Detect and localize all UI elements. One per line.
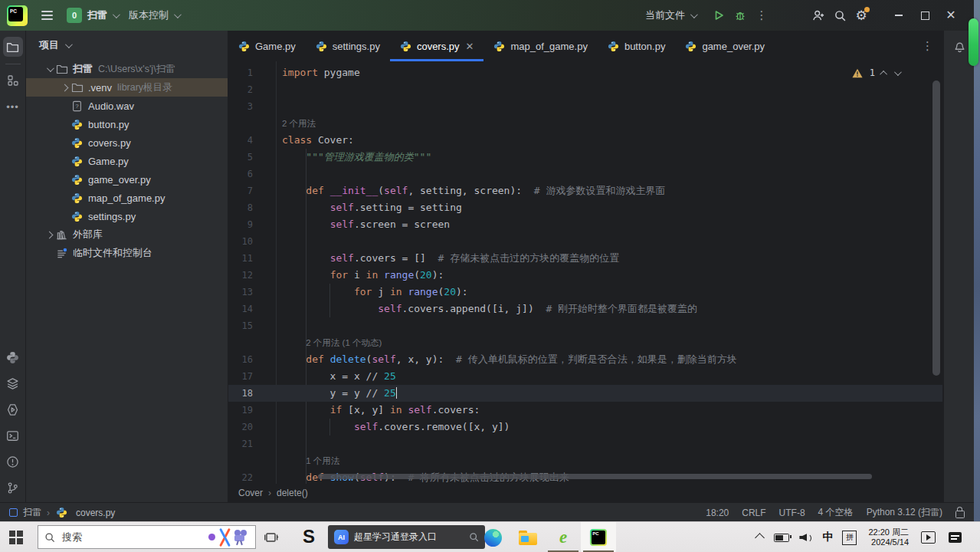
tree-item-3[interactable]: button.py xyxy=(26,115,228,133)
code-editor[interactable]: 1import pygame232 个用法4class Cover:5 """管… xyxy=(228,61,942,484)
status-item-4[interactable]: Python 3.12 (扫雷) xyxy=(867,506,942,519)
ime-language-indicator[interactable]: 中 xyxy=(822,531,833,544)
tree-item-7[interactable]: map_of_game.py xyxy=(26,189,228,207)
tree-item-5[interactable]: Game.py xyxy=(26,152,228,170)
notifications-bell-icon[interactable] xyxy=(953,40,966,502)
tray-expand-icon[interactable] xyxy=(755,533,765,543)
structure-toolwindow-icon[interactable] xyxy=(3,71,23,90)
unlock-icon[interactable] xyxy=(955,511,965,518)
media-widget-icon[interactable] xyxy=(921,531,936,544)
code-line[interactable]: 4class Cover: xyxy=(228,132,942,149)
tree-item-0[interactable]: 扫雷C:\Users\x's'j\扫雷 xyxy=(26,60,228,78)
code-line[interactable]: 18 y = y // 25 xyxy=(228,385,942,402)
volume-icon[interactable] xyxy=(799,532,812,543)
tree-item-6[interactable]: game_over.py xyxy=(26,170,228,189)
navbar-file[interactable]: covers.py xyxy=(76,508,115,518)
debug-button[interactable] xyxy=(729,5,751,26)
code-line[interactable]: 6 xyxy=(228,166,942,182)
edge-widget-handle[interactable] xyxy=(969,18,978,66)
taskbar-explorer-icon[interactable] xyxy=(510,522,546,552)
code-line[interactable]: 12 for i in range(20): xyxy=(228,267,942,284)
start-button[interactable] xyxy=(9,531,23,544)
task-view-button[interactable] xyxy=(264,530,279,545)
tree-item-1[interactable]: .venvlibrary根目录 xyxy=(26,78,228,97)
close-button[interactable]: ✕ xyxy=(938,4,964,27)
code-with-me-icon[interactable] xyxy=(808,5,829,26)
code-line[interactable]: 1import pygame xyxy=(228,64,942,81)
inspection-widget[interactable]: 1 xyxy=(852,67,900,78)
search-everywhere-icon[interactable] xyxy=(829,5,851,26)
main-menu-icon[interactable] xyxy=(38,6,56,25)
code-hint-row[interactable]: 2 个用法 (1 个动态) xyxy=(228,334,942,351)
code-line[interactable]: 21 xyxy=(228,435,942,452)
minimize-button[interactable] xyxy=(886,4,912,27)
search-highlight-icons[interactable] xyxy=(208,529,249,546)
run-button[interactable] xyxy=(708,5,729,26)
search-widget[interactable]: AI 超星学习通登录入口 xyxy=(328,525,485,549)
services-toolwindow-icon[interactable] xyxy=(3,373,23,393)
code-line[interactable]: 13 for j in range(20): xyxy=(228,284,942,301)
project-panel-header[interactable]: 项目 xyxy=(26,31,228,60)
prev-warning-icon[interactable] xyxy=(880,70,887,77)
status-item-1[interactable]: CRLF xyxy=(742,508,765,518)
code-line[interactable]: 15 xyxy=(228,317,942,334)
run-toolwindow-icon[interactable] xyxy=(3,399,23,419)
tab-covers-py[interactable]: covers.py✕ xyxy=(390,31,484,61)
status-item-2[interactable]: UTF-8 xyxy=(779,508,805,518)
tree-item-10[interactable]: 临时文件和控制台 xyxy=(26,244,228,262)
tab-map_of_game-py[interactable]: map_of_game.py xyxy=(483,31,597,61)
taskbar-pycharm-icon[interactable]: PC xyxy=(581,522,616,552)
status-item-3[interactable]: 4 个空格 xyxy=(818,506,854,519)
code-line[interactable]: 7 def __init__(self, setting, screen): #… xyxy=(228,182,942,199)
horizontal-scrollbar[interactable] xyxy=(318,474,872,479)
ime-mode-indicator[interactable]: 拼 xyxy=(842,531,857,545)
tree-item-4[interactable]: covers.py xyxy=(26,133,228,152)
tab-game_over-py[interactable]: game_over.py xyxy=(675,31,775,61)
code-line[interactable]: 5 """管理游戏覆盖物的类""" xyxy=(228,149,942,166)
s-app-icon[interactable]: S xyxy=(303,526,315,547)
run-config-selector[interactable]: 当前文件 xyxy=(645,8,696,22)
tree-chevron-icon[interactable] xyxy=(58,85,70,90)
code-line[interactable]: 2 xyxy=(228,81,942,98)
code-line[interactable]: 20 self.covers.remove([x, y]) xyxy=(228,419,942,435)
tab-close-icon[interactable]: ✕ xyxy=(466,41,474,52)
navbar-project[interactable]: 扫雷 xyxy=(23,506,41,519)
tree-item-9[interactable]: 外部库 xyxy=(26,225,228,244)
tree-chevron-icon[interactable] xyxy=(43,67,55,72)
code-line[interactable]: 3 xyxy=(228,98,942,115)
tab-settings-py[interactable]: settings.py xyxy=(306,31,390,61)
taskbar-360browser-icon[interactable]: e xyxy=(546,522,581,552)
problems-toolwindow-icon[interactable] xyxy=(3,452,23,472)
more-actions-icon[interactable]: ⋮ xyxy=(751,5,772,26)
tab-button-py[interactable]: button.py xyxy=(598,31,676,61)
taskbar-edge-icon[interactable] xyxy=(475,522,510,552)
code-hint-row[interactable]: 1 个用法 xyxy=(228,452,942,469)
tree-item-8[interactable]: settings.py xyxy=(26,207,228,225)
code-line[interactable]: 8 self.setting = setting xyxy=(228,199,942,216)
settings-gear-icon[interactable]: ⚙ xyxy=(851,5,872,26)
clock[interactable]: 22:20 周二 2024/5/14 xyxy=(868,527,909,547)
terminal-toolwindow-icon[interactable] xyxy=(3,426,23,445)
project-widget[interactable]: 0 扫雷 xyxy=(67,8,118,23)
tab-Game-py[interactable]: Game.py xyxy=(228,31,306,61)
vertical-scrollbar[interactable] xyxy=(932,80,940,376)
code-line[interactable]: 11 self.covers = [] # 存储未被点击过的方块的覆盖物的位置 xyxy=(228,250,942,267)
code-line[interactable]: 9 self.screen = screen xyxy=(228,216,942,233)
battery-icon[interactable] xyxy=(774,534,789,542)
code-line[interactable]: 19 if [x, y] in self.covers: xyxy=(228,402,942,419)
project-toolwindow-icon[interactable] xyxy=(3,37,23,57)
code-line[interactable]: 10 xyxy=(228,233,942,250)
breadcrumb-item[interactable]: delete() xyxy=(277,488,308,498)
taskbar-search-input[interactable]: 搜索 xyxy=(38,525,256,549)
code-hint-row[interactable]: 2 个用法 xyxy=(228,115,942,132)
breadcrumb-item[interactable]: Cover xyxy=(238,488,263,498)
git-toolwindow-icon[interactable] xyxy=(3,478,23,498)
tab-more-icon[interactable]: ⋮ xyxy=(922,39,933,53)
action-center-icon[interactable] xyxy=(949,532,962,543)
tree-item-2[interactable]: ?Audio.wav xyxy=(26,97,228,115)
tree-chevron-icon[interactable] xyxy=(43,232,55,238)
more-toolwindows-icon[interactable]: ••• xyxy=(3,97,23,117)
maximize-button[interactable] xyxy=(912,4,938,27)
code-line[interactable]: 14 self.covers.append([i, j]) # 刚开始时整个界面… xyxy=(228,301,942,317)
python-packages-icon[interactable] xyxy=(3,347,23,367)
